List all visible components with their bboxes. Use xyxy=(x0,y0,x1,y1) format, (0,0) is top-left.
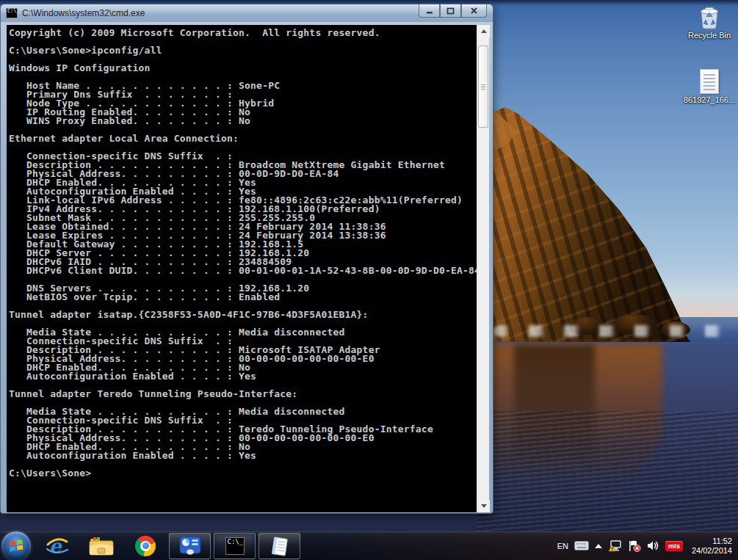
cmd-titlebar-icon: C:\_ xyxy=(6,8,18,18)
keyboard-icon[interactable] xyxy=(574,541,589,550)
console-output: Copyright (c) 2009 Microsoft Corporation… xyxy=(7,25,478,478)
scroll-up-button[interactable] xyxy=(477,25,490,37)
file-label: 861927_166... xyxy=(681,95,737,105)
volume-icon[interactable] xyxy=(647,540,659,551)
wallpaper-sand-ripples xyxy=(476,411,738,532)
mts-tray-badge[interactable]: mts xyxy=(665,541,683,551)
folder-icon xyxy=(89,536,114,556)
taskbar-control-panel[interactable] xyxy=(169,533,211,559)
cmd-window: C:\_ C:\Windows\system32\cmd.exe Copyrig… xyxy=(0,4,493,514)
scroll-down-button[interactable] xyxy=(477,500,490,512)
desktop-icon-recycle-bin[interactable]: Recycle Bin xyxy=(681,6,737,40)
console-scrollbar[interactable] xyxy=(477,25,489,512)
maximize-icon xyxy=(446,7,455,15)
clock-date: 24/02/2014 xyxy=(692,546,732,556)
console-area[interactable]: Copyright (c) 2009 Microsoft Corporation… xyxy=(7,25,478,512)
recycle-bin-icon xyxy=(698,6,720,29)
window-controls xyxy=(419,4,487,18)
scroll-up-icon xyxy=(481,29,487,33)
start-button[interactable] xyxy=(1,531,31,560)
notepad-icon xyxy=(269,536,290,556)
desktop-icon-file[interactable]: 861927_166... xyxy=(681,69,737,105)
close-button[interactable] xyxy=(461,4,487,18)
wallpaper-foam xyxy=(493,325,738,337)
scrollbar-thumb[interactable] xyxy=(478,46,488,128)
windows-logo-icon xyxy=(1,531,31,560)
taskbar-internet-explorer[interactable]: e xyxy=(38,533,76,559)
scroll-down-icon xyxy=(481,504,487,508)
show-hidden-icons-button[interactable] xyxy=(595,544,602,548)
action-center-flag-icon[interactable] xyxy=(628,540,641,552)
minimize-icon xyxy=(426,7,433,15)
network-status-icon[interactable] xyxy=(608,540,622,552)
taskbar-windows-explorer[interactable] xyxy=(82,533,120,559)
system-tray: EN xyxy=(557,537,738,556)
file-thumbnail-icon xyxy=(700,69,719,94)
minimize-button[interactable] xyxy=(419,4,440,18)
taskbar: e xyxy=(0,531,738,560)
window-title: C:\Windows\system32\cmd.exe xyxy=(22,8,145,18)
maximize-button[interactable] xyxy=(440,4,461,18)
cmd-icon: C:\_ xyxy=(225,537,245,555)
taskbar-cmd[interactable]: C:\_ xyxy=(214,533,256,559)
taskbar-clock[interactable]: 11:52 24/02/2014 xyxy=(689,537,732,556)
desktop-screen: Recycle Bin 861927_166... C:\_ C:\Window… xyxy=(0,0,738,560)
taskbar-chrome[interactable] xyxy=(126,533,164,559)
cmd-titlebar[interactable]: C:\_ C:\Windows\system32\cmd.exe xyxy=(1,4,493,22)
recycle-bin-label: Recycle Bin xyxy=(681,31,737,40)
clock-time: 11:52 xyxy=(692,537,732,546)
control-panel-icon xyxy=(179,536,201,556)
internet-explorer-icon: e xyxy=(46,535,69,557)
taskbar-notepad[interactable] xyxy=(258,533,300,559)
chrome-icon xyxy=(135,536,156,556)
language-indicator[interactable]: EN xyxy=(557,542,568,550)
close-icon xyxy=(470,7,478,15)
